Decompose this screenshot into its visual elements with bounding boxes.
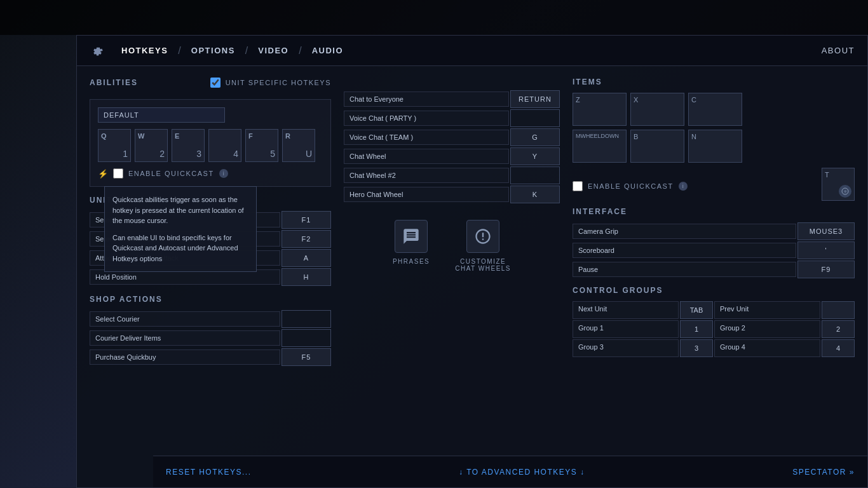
chat-label-wheel: Chat Wheel <box>344 149 509 164</box>
advanced-hotkeys-link[interactable]: ↓ TO ADVANCED HOTKEYS ↓ <box>459 468 585 477</box>
svg-text:⚙: ⚙ <box>844 189 847 193</box>
abilities-quickcast-label: ENABLE QUICKCAST <box>128 170 214 177</box>
customize-chat-wheels-label: CUSTOMIZE CHAT WHEELS <box>455 258 511 272</box>
key-select-hero[interactable]: F1 <box>281 211 331 229</box>
bottom-bar: RESET HOTKEYS... ↓ TO ADVANCED HOTKEYS ↓… <box>153 456 867 487</box>
ctrl-key-prev-unit[interactable] <box>822 301 855 319</box>
ctrl-label-prev-unit: Prev Unit <box>714 301 820 319</box>
ability-preset-dropdown[interactable]: DEFAULT <box>98 107 225 123</box>
spectator-link[interactable]: SPECTATOR » <box>792 468 855 477</box>
key-voice-team[interactable]: G <box>510 128 560 146</box>
shop-actions-section: SHOP ACTIONS Select Courier Courier Deli… <box>90 295 331 366</box>
ctrl-label-group3: Group 3 <box>573 339 679 357</box>
customize-chat-wheels-button[interactable]: CUSTOMIZE CHAT WHEELS <box>455 220 511 272</box>
reset-hotkeys-link[interactable]: RESET HOTKEYS... <box>166 468 251 477</box>
key-purchase-quickbuy[interactable]: F5 <box>281 348 331 366</box>
action-label-courier-deliver: Courier Deliver Items <box>90 330 280 346</box>
action-label-purchase-quickbuy: Purchase Quickbuy <box>90 349 280 365</box>
item-slot-b[interactable]: B <box>630 130 684 163</box>
ctrl-key-group1[interactable]: 1 <box>680 320 713 338</box>
customize-icon <box>466 220 499 253</box>
content-area: ABILITIES UNIT SPECIFIC HOTKEYS DEFAULT … <box>77 66 867 456</box>
tab-hotkeys[interactable]: HOTKEYS <box>112 46 177 55</box>
chat-wheel2-row: Chat Wheel #2 <box>344 166 560 184</box>
phrases-button[interactable]: PHRASES <box>393 220 430 272</box>
ctrl-label-next-unit: Next Unit <box>573 301 679 319</box>
phrases-icon <box>395 220 428 253</box>
item-slot-t[interactable]: T ⚙ <box>822 168 855 201</box>
item-slot-z[interactable]: Z <box>573 93 627 126</box>
ability-slot-r[interactable]: R U <box>282 129 315 162</box>
abilities-quickcast-checkbox[interactable] <box>113 168 123 179</box>
ctrl-group-3-4: Group 3 3 Group 4 4 <box>573 339 855 357</box>
ctrl-label-group2: Group 2 <box>714 320 820 338</box>
ability-slot-f[interactable]: F 5 <box>245 129 278 162</box>
iface-scoreboard: Scoreboard ' <box>573 241 855 259</box>
action-courier-deliver: Courier Deliver Items <box>90 329 331 347</box>
ability-slot-q[interactable]: Q 1 <box>98 129 131 162</box>
ctrl-group-next-prev: Next Unit TAB Prev Unit <box>573 301 855 319</box>
interface-section: INTERFACE Camera Grip MOUSE3 Scoreboard … <box>573 207 855 278</box>
abilities-quickcast-info-icon[interactable]: i <box>219 169 228 178</box>
gear-icon <box>90 43 105 58</box>
control-groups-header: CONTROL GROUPS <box>573 286 855 295</box>
ability-slot-4[interactable]: 4 <box>208 129 241 162</box>
interface-header: INTERFACE <box>573 207 855 216</box>
ctrl-key-next-unit[interactable]: TAB <box>680 301 713 319</box>
items-quickcast-row: ENABLE QUICKCAST i <box>573 181 688 191</box>
key-scoreboard[interactable]: ' <box>797 241 855 259</box>
right-column: ITEMS Z X C MWHEELDOWN B N <box>573 78 855 449</box>
chat-label-hero-wheel: Hero Chat Wheel <box>344 187 509 202</box>
ability-slot-w[interactable]: W 2 <box>135 129 168 162</box>
chat-label-everyone: Chat to Everyone <box>344 92 509 107</box>
item-slot-c[interactable]: C <box>688 93 742 126</box>
main-panel: HOTKEYS / OPTIONS / VIDEO / AUDIO ABOUT … <box>76 35 868 488</box>
items-quickcast-checkbox[interactable] <box>573 181 583 191</box>
abilities-box: DEFAULT Q 1 W 2 E 3 <box>90 99 331 187</box>
chat-label-wheel2: Chat Wheel #2 <box>344 168 509 183</box>
items-header: ITEMS <box>573 78 855 86</box>
bottom-icons-section: PHRASES CUSTOMIZE CHAT WHEELS <box>344 214 560 272</box>
top-bar <box>0 0 868 35</box>
key-camera-grip[interactable]: MOUSE3 <box>797 222 855 240</box>
t-slot-icon: ⚙ <box>839 185 851 198</box>
hero-chat-wheel-row: Hero Chat Wheel K <box>344 186 560 203</box>
key-courier-deliver[interactable] <box>281 329 331 347</box>
ctrl-label-group4: Group 4 <box>714 339 820 357</box>
key-pause[interactable]: F9 <box>797 261 855 278</box>
iface-label-camera-grip: Camera Grip <box>573 224 796 239</box>
chat-label-voice-team: Voice Chat ( TEAM ) <box>344 130 509 145</box>
shop-actions-header: SHOP ACTIONS <box>90 295 331 304</box>
key-select-courier[interactable] <box>281 310 331 328</box>
key-chat-wheel[interactable]: Y <box>510 147 560 165</box>
key-chat-wheel2[interactable] <box>510 166 560 184</box>
key-chat-everyone[interactable]: RETURN <box>510 90 560 108</box>
key-select-all[interactable]: F2 <box>281 230 331 248</box>
key-attack-move[interactable]: A <box>281 249 331 267</box>
key-hero-chat-wheel[interactable]: K <box>510 186 560 203</box>
ctrl-key-group2[interactable]: 2 <box>822 320 855 338</box>
key-voice-party[interactable] <box>510 109 560 127</box>
unit-specific-row: UNIT SPECIFIC HOTKEYS <box>210 78 331 88</box>
tab-video[interactable]: VIDEO <box>249 46 297 55</box>
item-slot-mwheel[interactable]: MWHEELDOWN <box>573 130 627 163</box>
ctrl-key-group4[interactable]: 4 <box>822 339 855 357</box>
tab-audio[interactable]: AUDIO <box>303 46 352 55</box>
ability-keys-row: Q 1 W 2 E 3 4 F <box>98 129 323 162</box>
key-hold-position[interactable]: H <box>281 268 331 286</box>
iface-label-pause: Pause <box>573 262 796 277</box>
about-link[interactable]: ABOUT <box>822 46 855 55</box>
ability-slot-e[interactable]: E 3 <box>172 129 205 162</box>
ctrl-group-1-2: Group 1 1 Group 2 2 <box>573 320 855 338</box>
nav-bar: HOTKEYS / OPTIONS / VIDEO / AUDIO ABOUT <box>77 36 867 66</box>
item-slot-n[interactable]: N <box>688 130 742 163</box>
left-column: ABILITIES UNIT SPECIFIC HOTKEYS DEFAULT … <box>90 78 331 449</box>
tab-options[interactable]: OPTIONS <box>182 46 244 55</box>
items-quickcast-info-icon[interactable]: i <box>679 182 688 191</box>
control-groups-section: CONTROL GROUPS Next Unit TAB Prev Unit G… <box>573 286 855 357</box>
abilities-header: ABILITIES <box>90 78 138 87</box>
ctrl-key-group3[interactable]: 3 <box>680 339 713 357</box>
unit-specific-label: UNIT SPECIFIC HOTKEYS <box>226 79 331 86</box>
unit-specific-checkbox[interactable] <box>210 78 220 88</box>
item-slot-x[interactable]: X <box>630 93 684 126</box>
